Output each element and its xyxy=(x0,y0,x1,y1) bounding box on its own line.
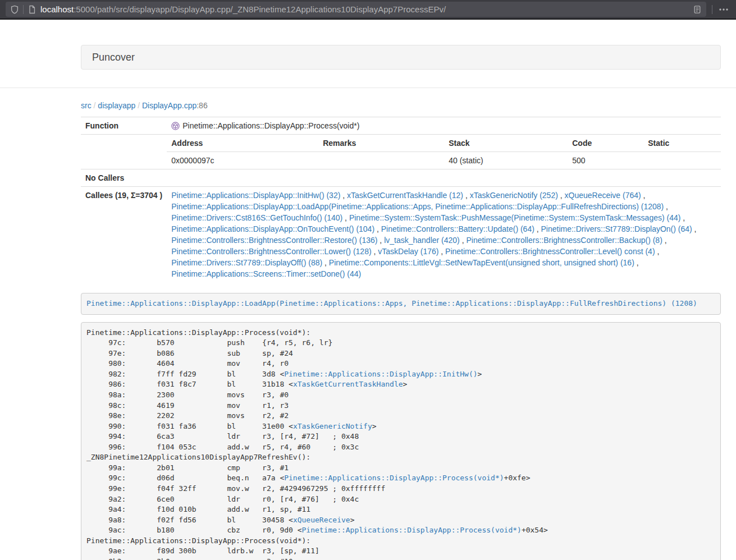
callee-link[interactable]: Pinetime::Components::LittleVgl::SetNewT… xyxy=(329,258,634,267)
toolbar-separator xyxy=(712,5,712,14)
asm-symbol-link[interactable]: Pinetime::Applications::DisplayApp::Init… xyxy=(284,370,477,378)
function-cube-icon xyxy=(171,122,180,130)
remarks-value xyxy=(318,152,444,169)
col-header-stack: Stack xyxy=(444,135,568,152)
callee-link[interactable]: Pinetime::Applications::DisplayApp::Load… xyxy=(171,202,664,211)
asm-symbol-link[interactable]: Pinetime::Applications::DisplayApp::Proc… xyxy=(302,526,522,534)
callee-link[interactable]: xTaskGenericNotify (252) xyxy=(470,191,558,200)
metrics-row: Address Remarks Stack Code Static 0x0000… xyxy=(81,135,721,169)
no-callers-row: No Callers xyxy=(81,169,721,187)
metrics-table: Address Remarks Stack Code Static 0x0000… xyxy=(167,135,721,169)
page-icon xyxy=(28,5,36,14)
function-name: Pinetime::Applications::DisplayApp::Proc… xyxy=(182,121,359,130)
url-path: :5000/path/src/displayapp/DisplayApp.cpp… xyxy=(74,4,446,14)
callee-link[interactable]: Pinetime::Controllers::BrightnessControl… xyxy=(466,236,662,245)
breadcrumb-link[interactable]: src xyxy=(81,101,92,110)
col-header-code: Code xyxy=(568,135,643,152)
callee-link[interactable]: Pinetime::Drivers::St7789::DisplayOff() … xyxy=(171,258,322,267)
callee-link[interactable]: Pinetime::Controllers::Battery::Update()… xyxy=(381,224,534,233)
selected-callee-block: Pinetime::Applications::DisplayApp::Load… xyxy=(81,293,721,315)
metrics-row-label xyxy=(81,135,167,169)
callees-list: Pinetime::Applications::DisplayApp::Init… xyxy=(167,187,721,283)
more-options-icon[interactable] xyxy=(718,5,729,14)
app-header-panel: Puncover xyxy=(81,45,721,70)
breadcrumb-separator: / xyxy=(135,101,142,110)
callee-link[interactable]: Pinetime::Controllers::BrightnessControl… xyxy=(171,236,377,245)
code-value: 500 xyxy=(568,152,643,169)
breadcrumb: src / displayapp / DisplayApp.cpp:86 xyxy=(81,100,721,111)
callee-link[interactable]: xQueueReceive (764) xyxy=(565,191,641,200)
reader-mode-icon[interactable] xyxy=(693,5,702,14)
asm-symbol-link[interactable]: xQueueReceive xyxy=(293,516,350,524)
shield-icon[interactable] xyxy=(10,5,19,14)
breadcrumb-line-number: :86 xyxy=(196,101,207,110)
callee-highlight-link[interactable]: Pinetime::Applications::DisplayApp::Load… xyxy=(86,299,697,307)
breadcrumb-separator: / xyxy=(92,101,98,110)
browser-toolbar: localhost:5000/path/src/displayapp/Displ… xyxy=(0,0,736,20)
callee-link[interactable]: Pinetime::Controllers::BrightnessControl… xyxy=(171,247,371,256)
col-header-address: Address xyxy=(167,135,318,152)
static-value xyxy=(643,152,721,169)
no-callers-label: No Callers xyxy=(81,169,167,187)
breadcrumb-link[interactable]: displayapp xyxy=(98,101,135,110)
url-text[interactable]: localhost:5000/path/src/displayapp/Displ… xyxy=(40,4,693,14)
asm-symbol-link[interactable]: xTaskGenericNotify xyxy=(293,422,372,430)
col-header-remarks: Remarks xyxy=(318,135,444,152)
callee-link[interactable]: Pinetime::Applications::DisplayApp::Init… xyxy=(171,191,340,200)
asm-symbol-link[interactable]: xTaskGetCurrentTaskHandle xyxy=(293,380,403,388)
address-value: 0x0000097c xyxy=(167,152,318,169)
asm-symbol-link[interactable]: Pinetime::Applications::DisplayApp::Proc… xyxy=(284,474,504,482)
callee-link[interactable]: Pinetime::Drivers::St7789::DisplayOn() (… xyxy=(541,224,692,233)
url-host: localhost xyxy=(40,4,74,14)
metrics-values-row: 0x0000097c 40 (static) 500 xyxy=(167,152,721,169)
callee-link[interactable]: lv_task_handler (420) xyxy=(384,236,460,245)
callees-label: Callees (19, Σ=3704 ) xyxy=(81,187,167,283)
callee-link[interactable]: vTaskDelay (176) xyxy=(378,247,438,256)
urlbar-separator xyxy=(23,5,24,14)
callees-row: Callees (19, Σ=3704 ) Pinetime::Applicat… xyxy=(81,187,721,283)
callee-link[interactable]: Pinetime::Drivers::Cst816S::GetTouchInfo… xyxy=(171,213,342,222)
callee-link[interactable]: Pinetime::System::SystemTask::PushMessag… xyxy=(349,213,681,222)
assembly-listing: Pinetime::Applications::DisplayApp::Proc… xyxy=(81,322,721,560)
symbol-table: Function Pinetime::Applications::Display… xyxy=(81,117,721,282)
page-title: Puncover xyxy=(92,52,135,63)
callee-link[interactable]: xTaskGetCurrentTaskHandle (12) xyxy=(347,191,463,200)
callee-link[interactable]: Pinetime::Applications::Screens::Timer::… xyxy=(171,269,361,278)
function-row: Function Pinetime::Applications::Display… xyxy=(81,117,721,135)
callee-link[interactable]: Pinetime::Applications::DisplayApp::OnTo… xyxy=(171,224,374,233)
callee-link[interactable]: Pinetime::Controllers::BrightnessControl… xyxy=(445,247,655,256)
col-header-static: Static xyxy=(643,135,721,152)
breadcrumb-link[interactable]: DisplayApp.cpp xyxy=(142,101,196,110)
function-row-label: Function xyxy=(81,117,167,135)
stack-value: 40 (static) xyxy=(444,152,568,169)
divider xyxy=(0,88,736,88)
url-bar[interactable]: localhost:5000/path/src/displayapp/Displ… xyxy=(6,2,706,17)
